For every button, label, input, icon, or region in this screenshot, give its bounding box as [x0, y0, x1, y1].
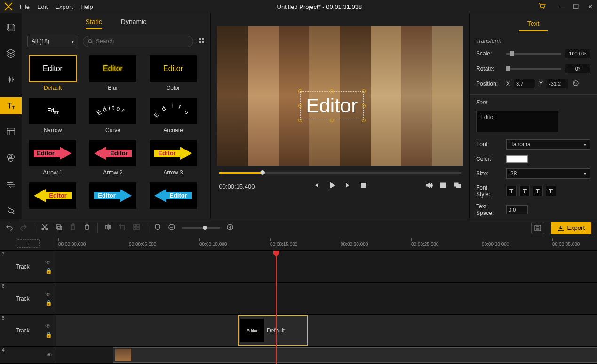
underline-button[interactable]: T [533, 186, 543, 196]
asset-narrow[interactable]: Editor Narrow [29, 98, 76, 134]
svg-text:Editor: Editor [37, 150, 55, 157]
visibility-icon[interactable]: 👁 [45, 323, 52, 330]
timeline-settings-button[interactable] [531, 222, 544, 234]
bold-button[interactable]: T [506, 186, 517, 196]
group-button[interactable] [133, 223, 140, 233]
split-button[interactable] [104, 223, 112, 233]
maximize-button[interactable]: ☐ [573, 3, 579, 10]
visibility-icon[interactable]: 👁 [45, 291, 52, 298]
asset-arrow4[interactable]: Editor [29, 182, 76, 209]
text-space-input[interactable] [506, 205, 528, 214]
scale-label: Scale: [476, 50, 502, 57]
color-swatch[interactable] [506, 155, 528, 163]
asset-arrow1[interactable]: Editor Arrow 1 [29, 140, 76, 176]
rail-layers[interactable] [0, 45, 22, 62]
font-select[interactable]: Tahoma▾ [506, 139, 590, 150]
asset-blur[interactable]: Editor Blur [89, 55, 136, 91]
rotate-slider[interactable] [506, 68, 561, 70]
svg-point-6 [88, 39, 92, 42]
undo-button[interactable] [6, 223, 13, 233]
track-content[interactable] [56, 251, 597, 282]
fullscreen-icon[interactable] [454, 182, 461, 191]
marker-button[interactable] [154, 223, 161, 233]
zoom-out-button[interactable] [168, 223, 175, 233]
tab-static[interactable]: Static [86, 18, 102, 29]
prev-frame-button[interactable] [312, 182, 320, 191]
menu-file[interactable]: File [20, 3, 30, 10]
export-button[interactable]: Export [551, 222, 591, 234]
tab-text[interactable]: Text [519, 18, 548, 31]
track-content[interactable]: Editor Default [56, 315, 597, 346]
rail-text[interactable] [0, 97, 22, 114]
rail-templates[interactable] [0, 124, 22, 141]
asset-arrow5[interactable]: Editor [89, 182, 136, 209]
crop-button[interactable] [119, 223, 126, 233]
text-content-input[interactable]: Editor [476, 111, 558, 132]
asset-arcuate[interactable]: E d i t o r Arcuate [150, 98, 197, 134]
preview-canvas[interactable]: Editor [217, 26, 463, 166]
asset-arrow3[interactable]: Editor Arrow 3 [150, 140, 197, 176]
asset-default[interactable]: Editor Default [29, 55, 76, 91]
track-content[interactable] [56, 283, 597, 314]
position-y-input[interactable] [547, 79, 568, 88]
stop-button[interactable] [359, 182, 367, 191]
rail-media[interactable] [0, 19, 22, 36]
copy-button[interactable] [55, 223, 63, 233]
grid-view-icon[interactable] [198, 37, 205, 46]
italic-button[interactable]: T [519, 186, 530, 196]
rail-effects[interactable] [0, 202, 22, 219]
lock-icon[interactable]: 🔒 [45, 300, 52, 306]
rail-filters[interactable] [0, 150, 22, 166]
search-input[interactable] [96, 38, 188, 45]
snapshot-icon[interactable] [439, 182, 447, 191]
next-frame-button[interactable] [344, 182, 352, 191]
lock-icon[interactable]: 🔒 [45, 332, 52, 338]
menu-export[interactable]: Export [55, 3, 73, 10]
search-box[interactable] [83, 36, 193, 47]
minimize-button[interactable]: ─ [560, 3, 565, 10]
text-bounding-box[interactable]: Editor [300, 91, 364, 120]
rotate-value[interactable]: 0° [565, 64, 590, 73]
timeline-clip[interactable] [113, 347, 597, 363]
track-content[interactable] [56, 347, 597, 363]
play-button[interactable] [327, 181, 337, 192]
asset-arrow2[interactable]: Editor Arrow 2 [89, 140, 136, 176]
menu-edit[interactable]: Edit [37, 3, 48, 10]
lock-icon[interactable]: 🔒 [45, 268, 52, 274]
rail-transitions[interactable] [0, 176, 22, 193]
asset-curve[interactable]: E d i t o r Curve [89, 98, 136, 134]
menu-help[interactable]: Help [80, 3, 93, 10]
app-logo [4, 2, 13, 11]
asset-arrow6[interactable]: Editor [150, 182, 197, 209]
visibility-icon[interactable]: 👁 [47, 352, 52, 358]
svg-text:E d i t o r: E d i t o r [95, 103, 126, 117]
tab-dynamic[interactable]: Dynamic [121, 18, 146, 29]
font-label: Font: [476, 141, 502, 148]
svg-rect-7 [199, 38, 201, 40]
volume-icon[interactable] [425, 182, 433, 191]
preview-scrubber[interactable] [219, 172, 461, 174]
timeline-clip[interactable]: Editor Default [238, 315, 308, 346]
scale-value[interactable]: 100.0% [565, 49, 590, 58]
cart-icon[interactable] [538, 2, 546, 11]
zoom-in-button[interactable] [226, 223, 234, 233]
asset-panel: Static Dynamic All (18)▾ Editor Default [22, 13, 211, 219]
reset-position-icon[interactable] [572, 79, 580, 88]
paste-button[interactable] [69, 223, 77, 233]
strike-button[interactable]: T [546, 186, 556, 196]
timeline-ruler[interactable]: 00:00:00.000 00:00:05.000 00:00:10.000 0… [56, 237, 597, 250]
size-select[interactable]: 28▾ [506, 168, 590, 179]
add-track-button[interactable]: + [17, 239, 40, 248]
position-x-input[interactable] [514, 79, 535, 88]
svg-point-1 [543, 8, 544, 9]
delete-button[interactable] [83, 223, 91, 233]
zoom-slider[interactable] [182, 227, 220, 229]
cut-button[interactable] [41, 223, 48, 233]
asset-color[interactable]: Editor Color [150, 55, 197, 91]
close-button[interactable]: ✕ [588, 3, 593, 10]
rail-audio[interactable] [0, 71, 22, 88]
scale-slider[interactable] [506, 53, 561, 55]
filter-dropdown[interactable]: All (18)▾ [27, 36, 78, 47]
redo-button[interactable] [20, 223, 27, 233]
visibility-icon[interactable]: 👁 [45, 259, 52, 266]
